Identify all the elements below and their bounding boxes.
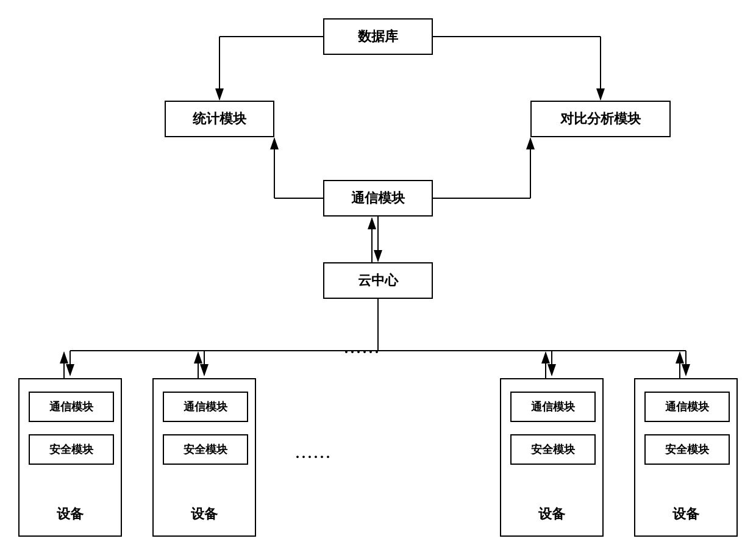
device-box-1: 通信模块 安全模块 设备 [18, 378, 122, 537]
device1-security-label: 安全模块 [49, 442, 93, 457]
device1-security-box: 安全模块 [29, 434, 114, 465]
device2-security-box: 安全模块 [163, 434, 248, 465]
communication-center-box: 通信模块 [323, 180, 433, 217]
dots-horizontal: ...... [344, 340, 381, 357]
database-label: 数据库 [358, 27, 398, 46]
dots-devices: ...... [296, 445, 332, 462]
device1-label: 设备 [20, 505, 121, 523]
diagram: 数据库 统计模块 对比分析模块 通信模块 云中心 ...... 通信模块 安全模… [0, 0, 756, 555]
device4-security-label: 安全模块 [665, 442, 709, 457]
device3-security-label: 安全模块 [531, 442, 575, 457]
device4-label: 设备 [635, 505, 736, 523]
cloud-center-label: 云中心 [358, 271, 398, 290]
device1-comm-label: 通信模块 [49, 399, 93, 414]
statistics-label: 统计模块 [193, 110, 246, 128]
device3-comm-box: 通信模块 [510, 392, 596, 422]
device1-comm-box: 通信模块 [29, 392, 114, 422]
statistics-box: 统计模块 [165, 101, 274, 137]
comparison-label: 对比分析模块 [560, 110, 641, 128]
device4-security-box: 安全模块 [644, 434, 730, 465]
comparison-box: 对比分析模块 [530, 101, 671, 137]
communication-center-label: 通信模块 [351, 189, 405, 207]
device-box-2: 通信模块 安全模块 设备 [152, 378, 256, 537]
device-box-3: 通信模块 安全模块 设备 [500, 378, 604, 537]
cloud-center-box: 云中心 [323, 262, 433, 299]
device3-security-box: 安全模块 [510, 434, 596, 465]
device2-comm-box: 通信模块 [163, 392, 248, 422]
database-box: 数据库 [323, 18, 433, 55]
device2-label: 设备 [154, 505, 255, 523]
device-box-4: 通信模块 安全模块 设备 [634, 378, 738, 537]
device3-label: 设备 [501, 505, 602, 523]
device2-comm-label: 通信模块 [184, 399, 227, 414]
device4-comm-label: 通信模块 [665, 399, 709, 414]
device2-security-label: 安全模块 [184, 442, 227, 457]
device4-comm-box: 通信模块 [644, 392, 730, 422]
device3-comm-label: 通信模块 [531, 399, 575, 414]
